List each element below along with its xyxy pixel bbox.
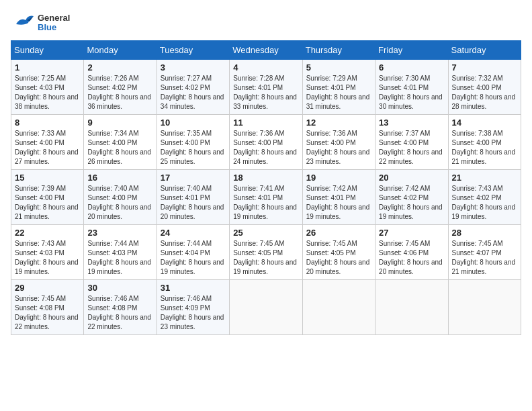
day-number: 31 <box>161 283 226 293</box>
logo-bird-icon <box>11 11 35 35</box>
calendar-week-row: 1Sunrise: 7:25 AMSunset: 4:03 PMDaylight… <box>11 60 521 115</box>
day-detail: Sunrise: 7:34 AMSunset: 4:00 PMDaylight:… <box>87 129 152 167</box>
day-number: 5 <box>306 62 371 73</box>
day-detail: Sunrise: 7:45 AMSunset: 4:06 PMDaylight:… <box>379 239 444 277</box>
calendar-day-cell: 10Sunrise: 7:35 AMSunset: 4:00 PMDayligh… <box>157 115 229 170</box>
day-number: 13 <box>379 118 444 128</box>
calendar-day-cell: 11Sunrise: 7:36 AMSunset: 4:00 PMDayligh… <box>230 115 302 170</box>
calendar-day-cell: 12Sunrise: 7:36 AMSunset: 4:00 PMDayligh… <box>302 115 375 170</box>
calendar-day-cell: 21Sunrise: 7:43 AMSunset: 4:02 PMDayligh… <box>448 170 521 225</box>
calendar-day-cell: 30Sunrise: 7:46 AMSunset: 4:08 PMDayligh… <box>84 280 157 335</box>
calendar-day-cell: 6Sunrise: 7:30 AMSunset: 4:01 PMDaylight… <box>375 60 448 115</box>
day-detail: Sunrise: 7:29 AMSunset: 4:01 PMDaylight:… <box>306 74 371 111</box>
day-number: 2 <box>87 62 152 73</box>
day-number: 17 <box>161 173 226 183</box>
calendar-day-cell <box>448 280 521 335</box>
day-number: 19 <box>306 173 371 183</box>
calendar-day-cell: 24Sunrise: 7:44 AMSunset: 4:04 PMDayligh… <box>157 225 229 280</box>
weekday-header: Sunday <box>11 41 84 60</box>
day-detail: Sunrise: 7:45 AMSunset: 4:07 PMDaylight:… <box>452 239 517 277</box>
calendar-day-cell: 18Sunrise: 7:41 AMSunset: 4:01 PMDayligh… <box>230 170 302 225</box>
page-header: General Blue <box>11 11 521 35</box>
day-detail: Sunrise: 7:46 AMSunset: 4:09 PMDaylight:… <box>161 294 226 332</box>
calendar-day-cell: 3Sunrise: 7:27 AMSunset: 4:02 PMDaylight… <box>157 60 229 115</box>
day-number: 25 <box>233 228 298 238</box>
calendar-day-cell: 25Sunrise: 7:45 AMSunset: 4:05 PMDayligh… <box>230 225 302 280</box>
day-detail: Sunrise: 7:41 AMSunset: 4:01 PMDaylight:… <box>233 184 298 222</box>
calendar-day-cell: 19Sunrise: 7:42 AMSunset: 4:01 PMDayligh… <box>302 170 375 225</box>
day-number: 21 <box>452 173 517 183</box>
day-detail: Sunrise: 7:42 AMSunset: 4:02 PMDaylight:… <box>379 184 444 222</box>
calendar-day-cell: 8Sunrise: 7:33 AMSunset: 4:00 PMDaylight… <box>11 115 84 170</box>
day-number: 11 <box>233 118 298 128</box>
day-number: 28 <box>452 228 517 238</box>
calendar-day-cell <box>230 280 302 335</box>
calendar-day-cell: 23Sunrise: 7:44 AMSunset: 4:03 PMDayligh… <box>84 225 157 280</box>
calendar-day-cell: 13Sunrise: 7:37 AMSunset: 4:00 PMDayligh… <box>375 115 448 170</box>
day-detail: Sunrise: 7:44 AMSunset: 4:04 PMDaylight:… <box>161 239 226 277</box>
day-detail: Sunrise: 7:42 AMSunset: 4:01 PMDaylight:… <box>306 184 371 222</box>
calendar-header: SundayMondayTuesdayWednesdayThursdayFrid… <box>11 41 521 60</box>
day-number: 29 <box>15 283 80 293</box>
logo-text-block: General Blue <box>38 13 70 33</box>
day-number: 6 <box>379 62 444 73</box>
day-detail: Sunrise: 7:25 AMSunset: 4:03 PMDaylight:… <box>15 74 80 111</box>
day-number: 27 <box>379 228 444 238</box>
weekday-header-row: SundayMondayTuesdayWednesdayThursdayFrid… <box>11 41 521 60</box>
day-detail: Sunrise: 7:32 AMSunset: 4:00 PMDaylight:… <box>452 74 517 111</box>
weekday-header: Wednesday <box>230 41 302 60</box>
calendar-day-cell: 16Sunrise: 7:40 AMSunset: 4:00 PMDayligh… <box>84 170 157 225</box>
day-number: 10 <box>161 118 226 128</box>
day-detail: Sunrise: 7:27 AMSunset: 4:02 PMDaylight:… <box>161 74 226 111</box>
calendar-week-row: 8Sunrise: 7:33 AMSunset: 4:00 PMDaylight… <box>11 115 521 170</box>
calendar-table: SundayMondayTuesdayWednesdayThursdayFrid… <box>11 40 521 335</box>
day-number: 14 <box>452 118 517 128</box>
day-detail: Sunrise: 7:45 AMSunset: 4:08 PMDaylight:… <box>15 294 80 332</box>
calendar-day-cell: 14Sunrise: 7:38 AMSunset: 4:00 PMDayligh… <box>448 115 521 170</box>
day-detail: Sunrise: 7:40 AMSunset: 4:01 PMDaylight:… <box>161 184 226 222</box>
day-detail: Sunrise: 7:45 AMSunset: 4:05 PMDaylight:… <box>306 239 371 277</box>
calendar-day-cell: 29Sunrise: 7:45 AMSunset: 4:08 PMDayligh… <box>11 280 84 335</box>
day-number: 8 <box>15 118 80 128</box>
day-detail: Sunrise: 7:37 AMSunset: 4:00 PMDaylight:… <box>379 129 444 167</box>
day-number: 12 <box>306 118 371 128</box>
calendar-day-cell: 7Sunrise: 7:32 AMSunset: 4:00 PMDaylight… <box>448 60 521 115</box>
weekday-header: Tuesday <box>157 41 229 60</box>
calendar-day-cell: 1Sunrise: 7:25 AMSunset: 4:03 PMDaylight… <box>11 60 84 115</box>
logo-blue-text: Blue <box>38 23 70 32</box>
day-detail: Sunrise: 7:46 AMSunset: 4:08 PMDaylight:… <box>87 294 152 332</box>
logo-general-text: General <box>38 13 70 23</box>
calendar-day-cell: 22Sunrise: 7:43 AMSunset: 4:03 PMDayligh… <box>11 225 84 280</box>
day-detail: Sunrise: 7:45 AMSunset: 4:05 PMDaylight:… <box>233 239 298 277</box>
day-number: 26 <box>306 228 371 238</box>
day-number: 7 <box>452 62 517 73</box>
weekday-header: Friday <box>375 41 448 60</box>
calendar-body: 1Sunrise: 7:25 AMSunset: 4:03 PMDaylight… <box>11 60 521 335</box>
calendar-week-row: 15Sunrise: 7:39 AMSunset: 4:00 PMDayligh… <box>11 170 521 225</box>
day-detail: Sunrise: 7:26 AMSunset: 4:02 PMDaylight:… <box>87 74 152 111</box>
calendar-day-cell: 15Sunrise: 7:39 AMSunset: 4:00 PMDayligh… <box>11 170 84 225</box>
calendar-day-cell: 28Sunrise: 7:45 AMSunset: 4:07 PMDayligh… <box>448 225 521 280</box>
calendar-day-cell: 26Sunrise: 7:45 AMSunset: 4:05 PMDayligh… <box>302 225 375 280</box>
day-number: 24 <box>161 228 226 238</box>
calendar-day-cell: 27Sunrise: 7:45 AMSunset: 4:06 PMDayligh… <box>375 225 448 280</box>
calendar-day-cell: 20Sunrise: 7:42 AMSunset: 4:02 PMDayligh… <box>375 170 448 225</box>
calendar-day-cell: 5Sunrise: 7:29 AMSunset: 4:01 PMDaylight… <box>302 60 375 115</box>
calendar-day-cell: 2Sunrise: 7:26 AMSunset: 4:02 PMDaylight… <box>84 60 157 115</box>
day-number: 20 <box>379 173 444 183</box>
day-number: 22 <box>15 228 80 238</box>
day-detail: Sunrise: 7:35 AMSunset: 4:00 PMDaylight:… <box>161 129 226 167</box>
calendar-day-cell: 4Sunrise: 7:28 AMSunset: 4:01 PMDaylight… <box>230 60 302 115</box>
day-detail: Sunrise: 7:39 AMSunset: 4:00 PMDaylight:… <box>15 184 80 222</box>
calendar-day-cell: 31Sunrise: 7:46 AMSunset: 4:09 PMDayligh… <box>157 280 229 335</box>
day-detail: Sunrise: 7:28 AMSunset: 4:01 PMDaylight:… <box>233 74 298 111</box>
calendar-week-row: 22Sunrise: 7:43 AMSunset: 4:03 PMDayligh… <box>11 225 521 280</box>
day-number: 30 <box>87 283 152 293</box>
day-number: 16 <box>87 173 152 183</box>
logo: General Blue <box>11 11 70 35</box>
calendar-week-row: 29Sunrise: 7:45 AMSunset: 4:08 PMDayligh… <box>11 280 521 335</box>
day-number: 1 <box>15 62 80 73</box>
day-number: 4 <box>233 62 298 73</box>
day-detail: Sunrise: 7:44 AMSunset: 4:03 PMDaylight:… <box>87 239 152 277</box>
calendar-day-cell: 17Sunrise: 7:40 AMSunset: 4:01 PMDayligh… <box>157 170 229 225</box>
